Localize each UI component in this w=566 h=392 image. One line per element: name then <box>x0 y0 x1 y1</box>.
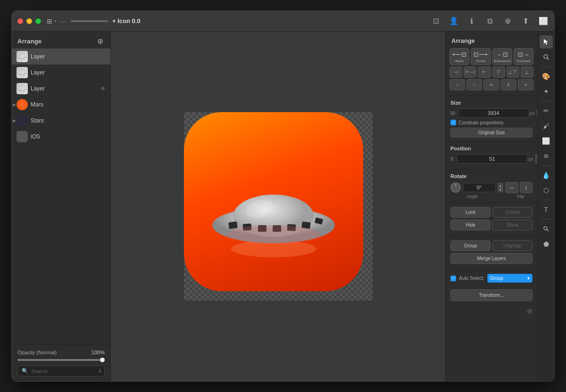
dist-v-button[interactable]: ↕ <box>466 79 482 90</box>
layer-name-2: Layer <box>31 69 106 76</box>
x-input[interactable] <box>457 154 527 163</box>
opacity-slider[interactable] <box>17 359 105 361</box>
panel-toggle-icon[interactable]: ⬜ <box>538 16 549 26</box>
zoom-tool[interactable] <box>540 50 553 64</box>
angle-down[interactable]: ▼ <box>498 188 503 192</box>
align-center-v-button[interactable]: ⊥⊤ <box>507 66 519 78</box>
flip-h-button[interactable]: ↔ <box>505 182 518 193</box>
search-options-icon[interactable]: ℹ <box>99 368 101 374</box>
constrain-checkbox[interactable]: ✓ <box>450 120 456 125</box>
width-row: W: px ▲ ▼ H: px ▲ ▼ <box>450 108 533 118</box>
close-button[interactable] <box>17 18 23 24</box>
sidebar-toggle[interactable]: ⊞ ▾ <box>47 17 57 25</box>
dist-h3-button[interactable]: ≡ <box>518 79 533 90</box>
pencil-tool[interactable]: ✏ <box>540 104 553 117</box>
eraser-tool[interactable]: ⬜ <box>540 134 553 147</box>
duplicate-icon[interactable]: ⧉ <box>484 16 495 26</box>
right-toolbar: 🎨 ✦ ✏ 🖌 ⬜ ≋ 💧 ⬡ T ⬟ <box>537 32 554 381</box>
layer-item-3[interactable]: Layer 👁 <box>12 81 110 97</box>
text-tool[interactable]: T <box>540 203 553 216</box>
opacity-value: 100% <box>92 350 105 355</box>
smear-tool[interactable]: ≋ <box>540 149 553 163</box>
unlock-button[interactable]: Unlock <box>492 207 533 218</box>
svg-point-17 <box>226 225 321 244</box>
ungroup-button[interactable]: Ungroup <box>492 240 533 251</box>
layer-name-stars: Stars <box>31 117 106 124</box>
expand-arrow-mars[interactable]: ▶ <box>13 102 16 107</box>
auto-select-dropdown[interactable]: Group ▾ <box>487 274 533 283</box>
layer-item-mars[interactable]: ▶ Mars <box>12 97 110 113</box>
info-icon[interactable]: ℹ <box>466 16 477 26</box>
dropdown-chevron: ▾ <box>527 276 530 281</box>
share-icon[interactable]: ⊕ <box>502 16 513 26</box>
layer-item-2[interactable]: Layer <box>12 65 110 81</box>
rotate-dial[interactable] <box>450 182 461 193</box>
canvas-checkered <box>184 112 373 301</box>
add-layer-button[interactable]: ⊕ <box>95 36 105 46</box>
eyedropper-tool[interactable]: 💧 <box>540 169 553 182</box>
maximize-button[interactable] <box>35 18 41 24</box>
show-button[interactable]: Show <box>492 220 533 230</box>
sparkle-tool[interactable]: ✦ <box>540 85 553 98</box>
dist-h2-button[interactable]: ⇔ <box>483 79 499 90</box>
align-center-h-button[interactable]: ⊢⊣ <box>464 66 476 78</box>
align-top-button[interactable]: ⊤ <box>492 66 505 78</box>
flip-v-button[interactable]: ↕ <box>520 182 533 193</box>
align-right-button[interactable]: ⊢ <box>478 66 491 78</box>
visibility-icon-3[interactable]: 👁 <box>100 86 106 91</box>
person-icon[interactable]: 👤 <box>449 16 459 26</box>
align-bottom-button[interactable]: ⊥ <box>521 66 533 78</box>
dist-v2-button[interactable]: ⇕ <box>501 79 516 90</box>
back-button[interactable]: ⟵⊡ Back <box>449 48 469 65</box>
search-tool[interactable] <box>540 222 553 236</box>
export-icon[interactable]: ⬆ <box>520 16 531 26</box>
minimize-button[interactable] <box>26 18 32 24</box>
position-section: Position X: px ▲ ▼ Y: px ▲ ▼ <box>446 141 537 169</box>
search-box[interactable]: 🔍 ℹ <box>17 366 105 376</box>
canvas-switch-icon[interactable]: ⊡ <box>431 16 441 26</box>
layer-item-1[interactable]: Layer <box>12 49 110 65</box>
ufo-illustration <box>198 143 349 261</box>
align-left-button[interactable]: ⊣ <box>449 66 462 78</box>
angle-input[interactable] <box>463 183 496 192</box>
canvas-area[interactable] <box>111 32 445 381</box>
width-input[interactable] <box>458 108 529 118</box>
expand-arrow-stars[interactable]: ▶ <box>13 118 16 123</box>
footer-info-icon[interactable]: ⊕ <box>527 307 533 315</box>
layer-item-stars[interactable]: ▶ Stars <box>12 113 110 129</box>
rotate-section: Rotate ▲ ▼ ↔ ↕ Angle <box>446 169 537 203</box>
merge-layers-button[interactable]: Merge Layers <box>450 253 533 264</box>
forward-button[interactable]: ⊡→ Forward <box>514 48 533 65</box>
backward-button[interactable]: ←⊡ Backward <box>492 48 512 65</box>
hide-button[interactable]: Hide <box>450 220 491 230</box>
original-size-button[interactable]: Original Size <box>450 128 533 138</box>
transform-button[interactable]: Transform... <box>450 289 533 301</box>
titlebar-actions: ⊡ 👤 ℹ ⧉ ⊕ ⬆ ⬜ <box>431 16 549 26</box>
zoom-slider[interactable] <box>71 20 108 22</box>
lock-row: Lock Unlock <box>450 207 533 218</box>
auto-select-checkbox[interactable]: ✓ <box>450 276 456 281</box>
search-input[interactable] <box>31 368 96 374</box>
paint-tool[interactable]: 🎨 <box>540 70 553 83</box>
angle-stepper: ▲ ▼ <box>498 183 503 192</box>
opacity-fill <box>17 359 105 361</box>
svg-point-3 <box>19 71 25 74</box>
cursor-tool[interactable] <box>540 35 553 49</box>
layer-thumb-ios <box>17 131 28 142</box>
front-button[interactable]: ⊡⟶ Front <box>471 48 491 65</box>
layers-sidebar: Arrange ⊕ Layer <box>12 32 111 381</box>
traffic-lights <box>17 18 41 24</box>
width-field-label: W: <box>450 111 456 116</box>
sidebar-footer: Opacity (Normal) 100% 🔍 ℹ <box>12 344 110 381</box>
angle-up[interactable]: ▲ <box>498 183 503 188</box>
brush-tool[interactable]: 🖌 <box>540 119 553 132</box>
lock-button[interactable]: Lock <box>450 207 491 218</box>
brush2-tool[interactable]: ⬟ <box>540 237 553 251</box>
opacity-thumb <box>100 358 105 362</box>
pen-tool[interactable]: ⬡ <box>540 184 553 197</box>
dist-h-button[interactable]: ↔ <box>449 79 465 90</box>
group-button[interactable]: Group <box>450 240 491 251</box>
layer-item-ios[interactable]: iOS <box>12 129 110 145</box>
forward-icon: ⊡→ <box>518 51 529 58</box>
layer-thumb-stars <box>17 115 28 126</box>
